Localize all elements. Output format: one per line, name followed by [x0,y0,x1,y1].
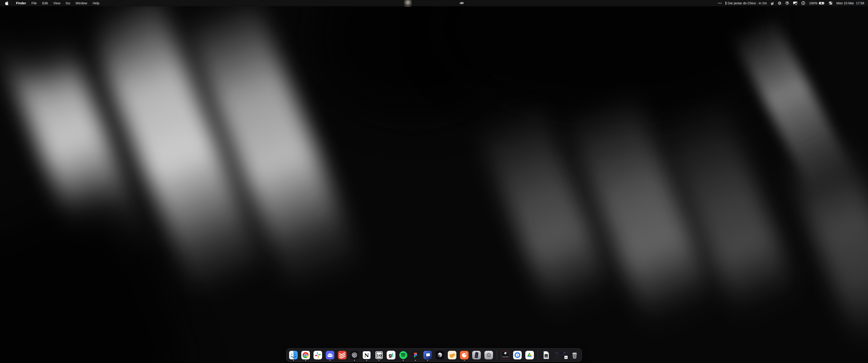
dock-item-one-password[interactable] [513,349,522,361]
chrome-icon [301,351,310,360]
trash-icon [570,351,579,360]
menu-bar-status: Dar jantar do Chico · in 2m g 100% Mon 1… [718,0,868,6]
overflow-ellipsis-icon[interactable] [718,2,722,4]
dock-item-finder[interactable] [289,349,298,361]
notion-icon: N [362,351,371,360]
calendar-event-widget[interactable]: Dar jantar do Chico · in 2m [725,1,767,5]
menu-bar: Finder File Edit View Go Window Help Dar… [0,0,868,6]
spotify-icon [399,351,408,360]
one-password-menu-icon[interactable] [801,1,805,5]
granola-icon: g [386,351,396,360]
running-indicator [305,360,306,361]
running-indicator [415,360,416,361]
dock-item-todoist[interactable] [338,349,347,361]
menu-view[interactable]: View [51,1,63,5]
wallpaper-shadow [0,0,104,77]
one-password-icon [513,351,522,360]
notion-calendar-icon: 10 [374,351,383,360]
apple-menu-icon[interactable] [4,1,10,5]
wallpaper-streak [778,122,868,348]
running-indicator [464,360,465,361]
running-indicator [330,360,331,361]
running-indicator [378,360,379,361]
flower-asterisk-icon[interactable] [778,1,781,5]
svg-text:g: g [771,2,773,5]
menu-help[interactable]: Help [90,1,102,5]
running-indicator [366,360,367,361]
dock-item-document[interactable] [541,349,551,361]
dock-item-chrome[interactable] [301,349,310,361]
level-meter-icon[interactable] [460,2,463,4]
running-indicator [354,360,355,361]
dock-item-google-drive[interactable] [525,349,534,361]
raycast-icon: raycast [501,351,510,360]
svg-text:⚙: ⚙ [486,352,491,359]
dock-item-slack[interactable] [313,349,322,361]
dock-separator [497,350,497,360]
running-indicator [293,360,294,361]
svg-text:raycast: raycast [502,356,508,358]
clock-date: Mon 10 Mar [836,1,854,5]
app-menu-title[interactable]: Finder [13,1,29,5]
dock: N10g⚙raycast11 [286,348,582,362]
menu-edit[interactable]: Edit [40,1,51,5]
google-drive-icon [525,351,534,360]
menu-go[interactable]: Go [63,1,72,5]
postman-icon [460,351,469,360]
event-color-bar [725,2,726,5]
dock-item-granola[interactable]: g [386,349,396,361]
granola-menu-icon[interactable]: g [771,1,774,5]
settings-icon: ⚙ [484,351,493,360]
clock-time: 17:58 [856,1,864,5]
postico-icon [447,351,457,360]
dock-item-figma[interactable] [411,349,420,361]
display-mirroring-icon[interactable] [793,1,798,5]
dock-item-spotify[interactable] [399,349,408,361]
svg-text:10: 10 [377,354,382,358]
iphone-mirroring-icon [472,351,481,360]
dock-item-postman[interactable] [460,349,469,361]
dock-separator [538,350,538,360]
dock-panel: N10g⚙raycast11 [286,348,582,362]
dock-item-minimized-window[interactable]: 11 [554,349,567,361]
running-indicator [403,360,404,361]
desktop-wallpaper [0,0,868,363]
window-app-badge: 11 [564,356,568,359]
linear-icon [350,351,359,360]
document-icon [541,351,551,360]
dock-item-raycast[interactable]: raycast [500,349,510,361]
svg-text:g: g [389,353,392,358]
figma-icon [411,351,420,360]
menu-window[interactable]: Window [73,1,90,5]
screen-studio-icon [423,351,432,360]
finder-icon [289,351,298,360]
svg-text:N: N [364,352,369,358]
menu-bar-clock[interactable]: Mon 10 Mar 17:58 [836,1,864,5]
dock-item-spline[interactable] [435,349,445,361]
control-center-icon[interactable] [829,1,833,5]
dock-item-notion[interactable]: N [362,349,371,361]
todoist-icon [338,351,347,360]
event-text: Dar jantar do Chico · in 2m [727,1,767,5]
slack-icon [313,351,322,360]
capture-shape-icon[interactable] [785,1,789,5]
user-avatar[interactable] [404,0,412,7]
dock-item-settings[interactable]: ⚙ [484,349,493,361]
discord-icon [326,351,335,360]
spline-icon [435,351,444,360]
running-indicator [427,360,428,361]
dock-item-linear[interactable] [350,349,359,361]
battery-charging-icon [819,2,825,5]
menu-bar-left: Finder File Edit View Go Window Help [0,1,102,5]
dock-item-notion-calendar[interactable]: 10 [374,349,383,361]
battery-widget[interactable]: 100% [809,1,825,5]
dock-item-trash[interactable] [570,349,579,361]
battery-percent: 100% [809,1,817,5]
dock-item-discord[interactable] [325,349,335,361]
dock-item-screen-studio[interactable] [423,349,432,361]
menu-file[interactable]: File [29,1,39,5]
dock-item-postico[interactable] [447,349,457,361]
dock-item-iphone-mirroring[interactable] [472,349,481,361]
